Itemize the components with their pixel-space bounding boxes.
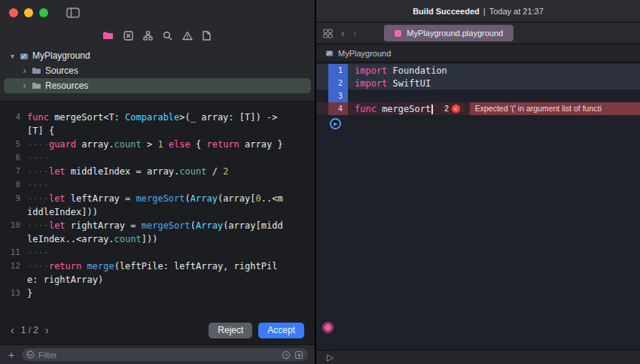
pager-label: 1 / 2 — [21, 325, 38, 335]
warning-icon — [182, 31, 193, 41]
status-separator: | — [483, 7, 486, 16]
code-line-1[interactable]: 1import Foundation — [316, 64, 640, 77]
code-line-6[interactable]: 6···· — [5, 151, 309, 165]
breadcrumb-label: MyPlayground — [338, 49, 391, 58]
activity-status-bar: Build Succeeded | Today at 21:37 — [316, 0, 640, 23]
xcode-window: ▾ MyPlayground › Sources › Resources — [0, 0, 640, 364]
code-line-10[interactable]: 10····let rightArray = mergeSort(Array(a… — [5, 219, 309, 246]
line-number: 13 — [5, 287, 27, 300]
accept-button[interactable]: Accept — [258, 323, 304, 338]
code-line-4[interactable]: 4func mergeSort<T: Comparable>(_ array: … — [5, 111, 309, 138]
chevron-right-icon[interactable]: › — [21, 80, 28, 91]
tree-item-label: Resources — [45, 80, 88, 91]
code-text: ····let leftArray = mergeSort(Array(arra… — [27, 192, 287, 219]
bookmarks-navigator-button[interactable] — [123, 31, 133, 41]
code-text: ···· — [27, 151, 287, 165]
close-button[interactable] — [9, 8, 18, 17]
editor-tab-bar: ‹ › MyPlayground.playground — [316, 23, 640, 44]
navigator-toolbar — [0, 26, 315, 45]
source-editor[interactable]: 1import Foundation2import SwiftUI34func … — [316, 62, 640, 350]
code-text: } — [27, 287, 287, 300]
playground-file-icon — [395, 30, 401, 37]
tab-myplayground[interactable]: MyPlayground.playground — [384, 25, 514, 41]
run-playground-button[interactable]: ▶ — [330, 118, 341, 129]
scope-icon[interactable] — [294, 350, 303, 359]
code-line-2[interactable]: 2import SwiftUI — [316, 77, 640, 89]
pager-previous-button[interactable]: ‹ — [11, 324, 14, 336]
code-text: ····let rightArray = mergeSort(Array(arr… — [27, 219, 287, 246]
tree-item-sources[interactable]: › Sources — [4, 63, 311, 78]
code-line-12[interactable]: 12····return merge(leftPile: leftArray, … — [5, 259, 309, 287]
navigator-filter-bar: + — [0, 344, 315, 364]
navigate-back-button[interactable]: ‹ — [341, 27, 345, 39]
disclosure-down-icon[interactable]: ▾ — [9, 52, 16, 60]
line-number: 5 — [5, 138, 27, 151]
code-line-13[interactable]: 13} — [5, 287, 309, 300]
line-number: 4 — [5, 111, 27, 124]
filter-field[interactable] — [22, 348, 308, 361]
code-line-4[interactable]: 4func mergeSort2✕Expected '(' in argumen… — [316, 102, 640, 115]
navigate-forward-button[interactable]: › — [353, 27, 357, 39]
breadcrumb[interactable]: MyPlayground — [316, 44, 640, 62]
pager-next-button[interactable]: › — [45, 324, 49, 336]
tree-item-resources[interactable]: › Resources — [4, 78, 311, 93]
build-status-text: Build Succeeded — [413, 7, 480, 16]
filter-input[interactable] — [38, 350, 278, 359]
build-timestamp: Today at 21:37 — [489, 7, 544, 16]
minimize-button[interactable] — [24, 8, 33, 17]
code-text: ···· — [27, 178, 287, 192]
line-number: 9 — [5, 192, 27, 205]
code-line-8[interactable]: 8···· — [5, 178, 309, 192]
recents-icon[interactable] — [282, 350, 291, 359]
run-button[interactable]: ▷ — [327, 353, 334, 362]
code-line-11[interactable]: 11···· — [5, 246, 309, 259]
report-navigator-button[interactable] — [203, 31, 211, 41]
find-navigator-button[interactable] — [163, 31, 172, 41]
line-number: 4 — [328, 102, 348, 115]
chevron-right-icon[interactable]: › — [21, 65, 28, 76]
folder-icon — [32, 82, 41, 89]
play-icon: ▶ — [334, 121, 337, 126]
code-text: ····let middleIndex = array.count / 2 — [27, 165, 287, 178]
search-icon — [163, 31, 172, 41]
code-line-7[interactable]: 7····let middleIndex = array.count / 2 — [5, 165, 309, 178]
symbol-navigator-button[interactable] — [143, 31, 153, 41]
zoom-button[interactable] — [39, 8, 48, 17]
window-titlebar — [0, 0, 315, 26]
reject-button[interactable]: Reject — [209, 323, 252, 338]
editor-panel: Build Succeeded | Today at 21:37 ‹ › MyP… — [316, 0, 640, 364]
code-text: func mergeSort — [348, 104, 433, 114]
playground-icon — [325, 50, 334, 57]
color-dot-indicator[interactable] — [322, 322, 334, 333]
hierarchy-icon — [143, 31, 153, 41]
navigator-panel: ▾ MyPlayground › Sources › Resources — [0, 0, 316, 364]
editor-layout-button[interactable] — [323, 29, 333, 38]
code-text: import SwiftUI — [348, 78, 431, 89]
issue-navigator-button[interactable] — [182, 31, 193, 41]
file-tree: ▾ MyPlayground › Sources › Resources — [0, 45, 315, 101]
playground-project-icon — [20, 52, 29, 60]
error-x-icon: ✕ — [452, 105, 460, 113]
code-line-3[interactable]: 3 — [316, 89, 640, 102]
toggle-sidebar-button[interactable] — [66, 8, 80, 18]
code-text: ···· — [27, 246, 287, 259]
error-count-badge[interactable]: 2✕ — [440, 104, 464, 114]
editor-lines: 1import Foundation2import SwiftUI34func … — [316, 64, 640, 115]
suggestion-code: 4func mergeSort<T: Comparable>(_ array: … — [0, 102, 315, 300]
code-text: import Foundation — [348, 65, 447, 76]
line-number: 2 — [328, 77, 348, 89]
folder-icon — [32, 67, 41, 74]
line-number: 12 — [5, 259, 27, 273]
grid-icon — [323, 29, 333, 38]
error-banner[interactable]: Expected '(' in argument list of functi — [470, 102, 640, 115]
project-navigator-button[interactable] — [102, 31, 114, 40]
code-suggestion-panel: 4func mergeSort<T: Comparable>(_ array: … — [0, 101, 315, 344]
code-line-5[interactable]: 5····guard array.count > 1 else { return… — [5, 138, 309, 151]
document-icon — [203, 31, 211, 41]
line-number: 6 — [5, 151, 27, 165]
text-cursor — [431, 105, 433, 114]
code-line-9[interactable]: 9····let leftArray = mergeSort(Array(arr… — [5, 192, 309, 219]
tree-item-myplayground[interactable]: ▾ MyPlayground — [4, 48, 311, 63]
line-number: 10 — [5, 219, 27, 232]
add-button[interactable]: + — [7, 349, 16, 361]
